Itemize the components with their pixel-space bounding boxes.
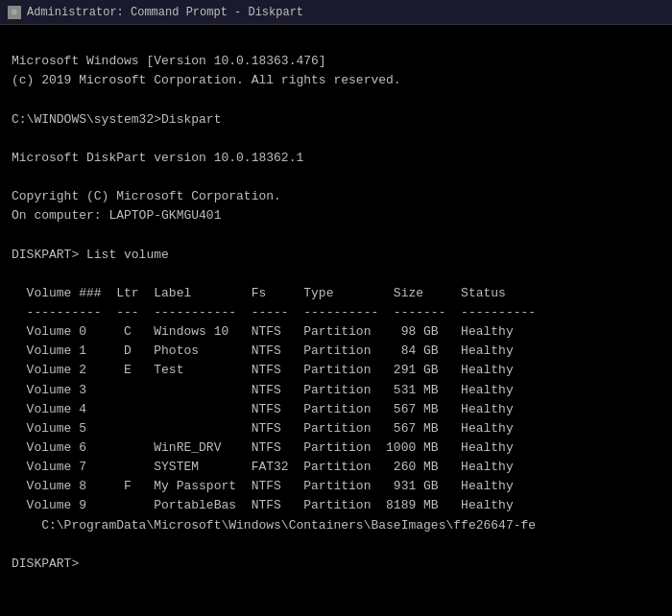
terminal-line: Microsoft DiskPart version 10.0.18362.1: [12, 149, 660, 168]
terminal-line: Volume 3 NTFS Partition 531 MB Healthy: [12, 381, 660, 400]
terminal-window: Microsoft Windows [Version 10.0.18363.47…: [0, 25, 672, 581]
terminal-line: Copyright (C) Microsoft Corporation.: [12, 187, 660, 206]
terminal-line: DISKPART>: [12, 555, 660, 574]
terminal-line: Volume 6 WinRE_DRV NTFS Partition 1000 M…: [12, 438, 660, 458]
terminal-line: [12, 90, 660, 109]
terminal-line: C:\WINDOWS\system32>Diskpart: [12, 110, 660, 130]
terminal-line: [12, 265, 660, 284]
terminal-line: Volume 7 SYSTEM FAT32 Partition 260 MB H…: [12, 458, 660, 477]
cmd-icon: ⊞: [8, 6, 21, 19]
terminal-line: (c) 2019 Microsoft Corporation. All righ…: [12, 71, 660, 90]
terminal-line: [12, 168, 660, 187]
terminal-line: Volume 2 E Test NTFS Partition 291 GB He…: [12, 361, 660, 380]
terminal-line: On computer: LAPTOP-GKMGU401: [12, 206, 660, 225]
terminal-line: Volume 9 PortableBas NTFS Partition 8189…: [12, 496, 660, 515]
terminal-line: Volume 8 F My Passport NTFS Partition 93…: [12, 477, 660, 496]
terminal-line: ---------- --- ----------- ----- -------…: [12, 303, 660, 322]
terminal-line: Volume ### Ltr Label Fs Type Size Status: [12, 284, 660, 303]
title-bar: ⊞ Administrator: Command Prompt - Diskpa…: [0, 0, 672, 25]
terminal-line: Volume 1 D Photos NTFS Partition 84 GB H…: [12, 342, 660, 361]
terminal-line: [12, 225, 660, 245]
terminal-line: Volume 4 NTFS Partition 567 MB Healthy: [12, 400, 660, 419]
terminal-line: C:\ProgramData\Microsoft\Windows\Contain…: [12, 516, 660, 535]
terminal-line: Volume 0 C Windows 10 NTFS Partition 98 …: [12, 322, 660, 342]
terminal-line: Microsoft Windows [Version 10.0.18363.47…: [12, 52, 660, 71]
terminal-line: Volume 5 NTFS Partition 567 MB Healthy: [12, 419, 660, 438]
title-text: Administrator: Command Prompt - Diskpart: [27, 6, 303, 19]
terminal-line: DISKPART> List volume: [12, 246, 660, 265]
terminal-line: [12, 535, 660, 555]
terminal-line: [12, 130, 660, 149]
